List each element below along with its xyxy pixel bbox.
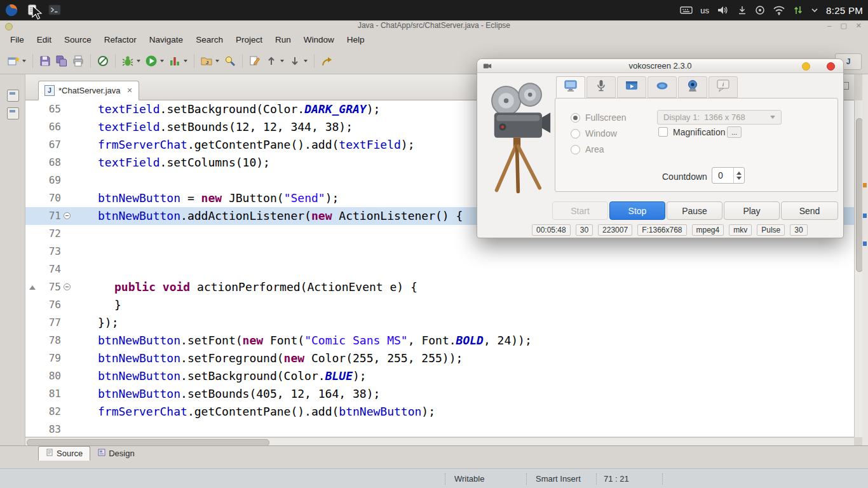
menu-navigate[interactable]: Navigate <box>143 32 189 47</box>
send-button[interactable]: Send <box>781 201 838 220</box>
start-button[interactable]: Start <box>552 201 608 220</box>
new-java-project-icon[interactable]: J <box>199 53 214 69</box>
menu-project[interactable]: Project <box>229 32 269 47</box>
code-line-82[interactable]: 82frmServerChat.getContentPane().add(btn… <box>25 403 854 421</box>
debug-dropdown-caret[interactable] <box>137 60 140 62</box>
code-line-78[interactable]: 78btnNewButton.setFont(new Font("Comic S… <box>25 332 854 349</box>
vokoscreen-minimize-button[interactable] <box>802 62 810 71</box>
new-wizard-dropdown-caret[interactable] <box>22 60 26 62</box>
code-token: Font( <box>263 334 304 347</box>
prev-annotation-icon[interactable] <box>264 53 279 69</box>
volume-icon[interactable] <box>717 5 729 15</box>
fold-column <box>62 385 72 403</box>
spinner-down-icon[interactable] <box>736 177 742 180</box>
magnification-options-button[interactable]: ... <box>727 126 742 138</box>
restore-view-icon[interactable] <box>7 90 19 102</box>
new-java-project-dropdown-caret[interactable] <box>215 60 219 62</box>
save-icon[interactable] <box>37 53 53 69</box>
webcam-tab[interactable] <box>678 76 707 98</box>
new-wizard-icon[interactable] <box>6 53 21 69</box>
code-line-81[interactable]: 81btnNewButton.setBounds(405, 12, 164, 3… <box>25 385 854 403</box>
menu-search[interactable]: Search <box>189 32 229 47</box>
code-line-75[interactable]: 75public void actionPerformed(ActionEven… <box>25 278 854 296</box>
input-source-icon[interactable] <box>680 6 693 15</box>
magnification-checkbox[interactable] <box>658 127 668 137</box>
display-select[interactable]: Display 1: 868 x 488 <box>657 110 782 125</box>
vokoscreen-titlebar[interactable]: vokoscreen 2.3.0 <box>477 59 843 73</box>
screen-tab[interactable] <box>556 76 585 98</box>
vokoscreen-close-button[interactable] <box>827 62 835 71</box>
ruler-mark-occurrence[interactable] <box>863 214 867 218</box>
occurrence-marker-icon <box>29 285 36 290</box>
code-line-73[interactable]: 73 <box>25 243 854 261</box>
audio-tab[interactable] <box>587 76 616 98</box>
code-line-77[interactable]: 77}); <box>25 314 854 332</box>
menu-refactor[interactable]: Refactor <box>98 32 143 47</box>
menu-source[interactable]: Source <box>58 32 98 47</box>
code-line-80[interactable]: 80btnNewButton.setBackground(Color.BLUE)… <box>25 367 854 385</box>
ruler-mark-occurrence-2[interactable] <box>863 241 867 246</box>
vertical-scrollbar[interactable] <box>854 100 863 437</box>
firefox-icon[interactable] <box>4 3 19 18</box>
close-button[interactable]: ✕ <box>856 21 862 30</box>
close-tab-icon[interactable]: ✕ <box>127 86 133 95</box>
skip-breakpoints-icon[interactable] <box>95 53 111 69</box>
overview-ruler[interactable] <box>862 74 868 445</box>
radio-circle-icon[interactable] <box>571 129 580 139</box>
search-icon[interactable] <box>222 53 238 69</box>
collapse-icon[interactable] <box>64 212 71 219</box>
prev-annotation-dropdown-caret[interactable] <box>280 60 284 62</box>
status-circle-icon[interactable] <box>755 5 765 15</box>
wifi-icon[interactable] <box>773 5 785 15</box>
annotation-pencil-icon[interactable] <box>247 53 262 69</box>
keyboard-layout[interactable]: us <box>700 6 709 15</box>
next-annotation-icon[interactable] <box>287 53 302 69</box>
ruler-mark-warning[interactable] <box>863 183 867 187</box>
stop-button[interactable]: Stop <box>609 201 665 220</box>
radio-area[interactable]: Area <box>571 144 604 154</box>
menu-help[interactable]: Help <box>341 32 371 47</box>
coverage-dropdown-caret[interactable] <box>184 60 187 62</box>
collapse-icon[interactable] <box>64 283 71 290</box>
code-line-83[interactable]: 83 <box>25 421 854 437</box>
menu-window[interactable]: Window <box>297 32 341 47</box>
code-line-74[interactable]: 74 <box>25 261 854 278</box>
play-button[interactable]: Play <box>724 201 780 220</box>
pause-button[interactable]: Pause <box>667 201 722 220</box>
magnifier-tab[interactable] <box>648 76 677 98</box>
run-dropdown-caret[interactable] <box>160 60 164 62</box>
radio-window[interactable]: Window <box>571 128 617 139</box>
menu-file[interactable]: File <box>4 32 31 47</box>
countdown-spinner[interactable]: 0 <box>712 167 745 184</box>
print-icon[interactable] <box>71 53 86 69</box>
info-tab[interactable]: i <box>709 76 738 98</box>
menu-run[interactable]: Run <box>269 32 297 47</box>
last-edit-location-icon[interactable] <box>319 53 334 69</box>
spinner-up-icon[interactable] <box>736 172 742 175</box>
bottom-tab-design[interactable]: Design <box>90 446 142 461</box>
editor-tab[interactable]: J *ChatServer.java ✕ <box>38 81 139 100</box>
minimize-button[interactable]: – <box>827 21 831 30</box>
eclipse-titlebar[interactable]: Java - ChatApp/src/ChatServer.java - Ecl… <box>0 21 868 31</box>
updates-icon[interactable] <box>737 5 747 15</box>
chevron-down-icon[interactable] <box>811 8 818 13</box>
code-line-79[interactable]: 79btnNewButton.setForeground(new Color(2… <box>25 349 854 367</box>
gutter-marker-column <box>25 154 39 172</box>
save-all-icon[interactable] <box>54 53 69 69</box>
run-icon[interactable] <box>144 53 159 69</box>
debug-icon[interactable] <box>120 53 135 69</box>
radio-fullscreen[interactable]: Fullscreen <box>571 112 627 123</box>
menu-edit[interactable]: Edit <box>31 32 58 47</box>
horizontal-scrollbar[interactable] <box>25 437 854 446</box>
restore-view-icon-2[interactable] <box>7 107 19 119</box>
next-annotation-dropdown-caret[interactable] <box>304 60 308 62</box>
terminal-icon[interactable] <box>47 3 62 18</box>
radio-circle-icon[interactable] <box>571 145 580 154</box>
radio-circle-icon[interactable] <box>571 113 580 123</box>
video-tab[interactable] <box>617 76 646 98</box>
maximize-button[interactable]: ▢ <box>840 21 846 30</box>
network-traffic-icon[interactable] <box>793 5 803 15</box>
code-line-76[interactable]: 76} <box>25 296 854 314</box>
bottom-tab-source[interactable]: Source <box>38 446 90 461</box>
coverage-icon[interactable] <box>167 53 182 69</box>
